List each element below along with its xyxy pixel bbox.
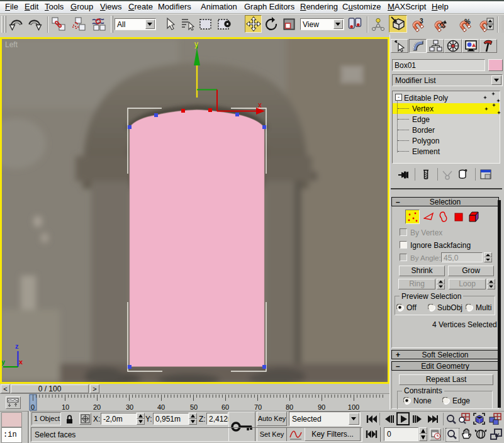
svg-text:30: 30 <box>126 403 133 411</box>
svg-text:70: 70 <box>254 403 262 411</box>
svg-text:y: y <box>2 358 6 366</box>
svg-text:%: % <box>464 18 471 25</box>
svg-text:x: x <box>258 101 262 109</box>
svg-text:z: z <box>15 342 19 350</box>
svg-text:Left: Left <box>5 40 18 49</box>
svg-text:60: 60 <box>221 403 229 411</box>
svg-text:3: 3 <box>420 18 423 25</box>
svg-text:50: 50 <box>190 403 198 411</box>
svg-text:0: 0 <box>31 403 35 411</box>
svg-text:40: 40 <box>157 403 165 411</box>
svg-text:80: 80 <box>286 403 293 411</box>
svg-text:y: y <box>194 40 198 48</box>
svg-text:20: 20 <box>93 403 101 411</box>
svg-text:10: 10 <box>62 403 69 411</box>
svg-text:100: 100 <box>348 403 359 411</box>
svg-text:x: x <box>19 358 23 366</box>
svg-text:90: 90 <box>318 403 325 411</box>
